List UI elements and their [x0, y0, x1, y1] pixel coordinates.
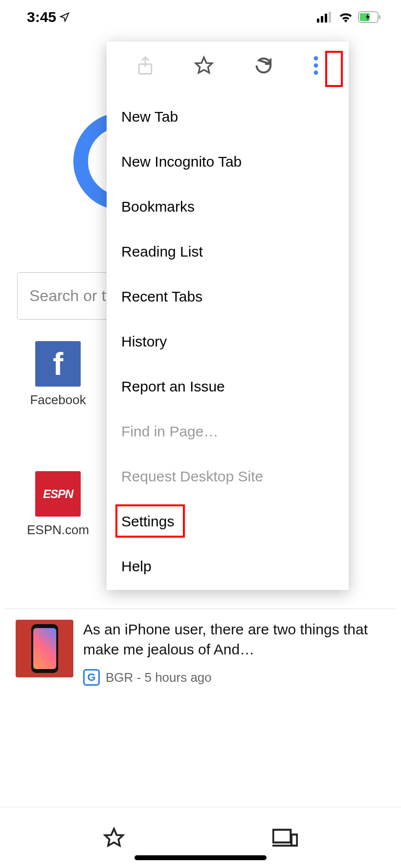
menu-new-tab[interactable]: New Tab — [107, 94, 349, 139]
location-icon — [59, 12, 70, 22]
facebook-icon: f — [35, 341, 81, 387]
status-time: 3:45 — [27, 9, 70, 25]
svg-rect-2 — [325, 14, 327, 22]
star-icon[interactable] — [194, 56, 214, 75]
svg-marker-12 — [105, 829, 123, 846]
battery-charging-icon — [358, 11, 381, 23]
bookmark-label: Facebook — [30, 392, 86, 408]
cellular-signal-icon — [317, 12, 334, 22]
svg-marker-8 — [196, 57, 212, 73]
search-placeholder: Search or ty — [29, 287, 114, 305]
svg-rect-3 — [329, 12, 331, 22]
article-thumbnail — [16, 620, 73, 677]
status-indicators — [317, 11, 381, 23]
menu-bookmarks[interactable]: Bookmarks — [107, 184, 349, 229]
article-source: BGR — [106, 670, 133, 685]
highlight-more-button — [325, 51, 343, 87]
article-title: As an iPhone user, there are two things … — [83, 620, 385, 659]
article-meta: G BGR - 5 hours ago — [83, 669, 385, 686]
svg-rect-15 — [291, 835, 297, 846]
share-icon[interactable] — [137, 56, 154, 75]
reload-icon[interactable] — [254, 56, 273, 75]
svg-rect-13 — [273, 830, 291, 843]
svg-rect-6 — [379, 15, 380, 19]
menu-help[interactable]: Help — [107, 544, 349, 589]
clock-text: 3:45 — [27, 9, 56, 25]
more-icon[interactable] — [313, 56, 318, 75]
menu-find-in-page: Find in Page… — [107, 409, 349, 454]
svg-point-9 — [314, 56, 318, 61]
quick-links: f Facebook ESPN ESPN.com — [27, 341, 89, 601]
svg-point-10 — [314, 64, 318, 68]
menu-new-incognito-tab[interactable]: New Incognito Tab — [107, 139, 349, 184]
svg-rect-0 — [317, 19, 319, 22]
wifi-icon — [338, 12, 353, 22]
espn-icon: ESPN — [35, 471, 81, 517]
status-bar: 3:45 — [0, 0, 401, 34]
source-badge-icon: G — [83, 669, 100, 686]
home-indicator[interactable] — [134, 855, 267, 860]
devices-icon[interactable] — [272, 828, 298, 847]
bookmark-espn[interactable]: ESPN ESPN.com — [27, 471, 89, 538]
menu-recent-tabs[interactable]: Recent Tabs — [107, 274, 349, 319]
menu-report-issue[interactable]: Report an Issue — [107, 364, 349, 409]
svg-point-11 — [314, 70, 318, 75]
bookmark-label: ESPN.com — [27, 522, 89, 538]
menu-reading-list[interactable]: Reading List — [107, 229, 349, 274]
bookmark-facebook[interactable]: f Facebook — [27, 341, 89, 408]
highlight-settings — [115, 504, 185, 538]
bookmark-star-icon[interactable] — [103, 827, 125, 848]
article-card[interactable]: As an iPhone user, there are two things … — [5, 608, 396, 696]
menu-history[interactable]: History — [107, 319, 349, 364]
svg-rect-1 — [321, 16, 323, 22]
menu-icon-row — [107, 42, 349, 89]
menu-request-desktop: Request Desktop Site — [107, 454, 349, 499]
article-age: 5 hours ago — [144, 670, 211, 685]
